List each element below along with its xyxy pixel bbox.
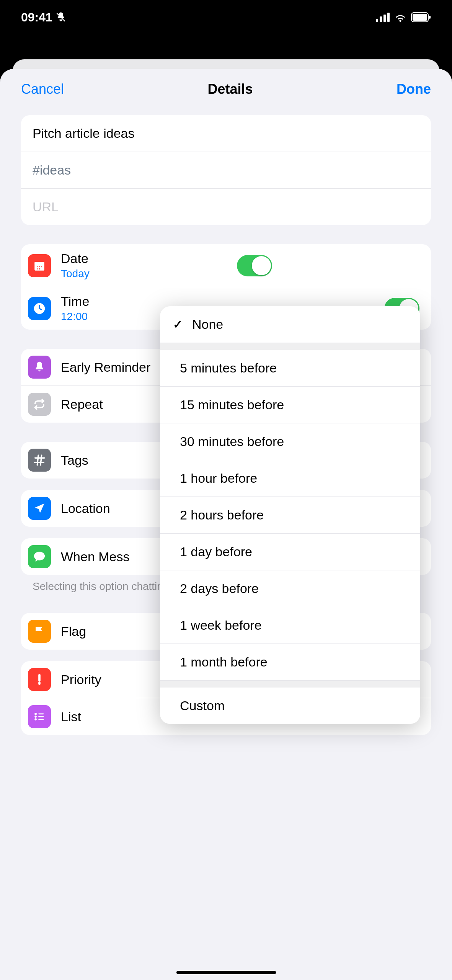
dropdown-item-1week[interactable]: 1 week before bbox=[160, 607, 420, 644]
svg-point-9 bbox=[37, 266, 38, 267]
checkmark-icon: ✓ bbox=[173, 318, 184, 331]
dropdown-item-1hour[interactable]: 1 hour before bbox=[160, 460, 420, 497]
messaging-label: When Mess bbox=[61, 549, 130, 564]
dropdown-item-30min[interactable]: 30 minutes before bbox=[160, 423, 420, 460]
dropdown-item-custom[interactable]: Custom bbox=[160, 688, 420, 724]
details-sheet: Cancel Details Done Pitch article ideas … bbox=[0, 69, 452, 980]
title-card: Pitch article ideas #ideas URL bbox=[21, 115, 431, 225]
cellular-icon bbox=[376, 13, 390, 22]
cancel-button[interactable]: Cancel bbox=[21, 81, 64, 97]
clock-icon bbox=[28, 297, 51, 320]
priority-label: Priority bbox=[61, 672, 101, 687]
dropdown-separator bbox=[160, 681, 420, 688]
page-title: Details bbox=[208, 81, 253, 97]
bell-icon bbox=[28, 356, 51, 379]
list-icon bbox=[28, 705, 51, 728]
navigation-bar: Cancel Details Done bbox=[0, 69, 452, 102]
svg-rect-18 bbox=[38, 714, 44, 715]
svg-rect-3 bbox=[387, 13, 390, 22]
title-field[interactable]: Pitch article ideas bbox=[21, 115, 431, 152]
svg-rect-6 bbox=[429, 16, 431, 19]
dropdown-item-5min[interactable]: 5 minutes before bbox=[160, 350, 420, 387]
home-indicator[interactable] bbox=[176, 971, 276, 974]
message-icon bbox=[28, 545, 51, 568]
svg-point-10 bbox=[39, 266, 40, 267]
svg-point-11 bbox=[41, 266, 42, 267]
flag-label: Flag bbox=[61, 624, 86, 639]
svg-point-16 bbox=[34, 715, 37, 718]
time-value: 12:00 bbox=[61, 310, 89, 323]
battery-icon bbox=[411, 12, 431, 22]
svg-rect-1 bbox=[380, 16, 382, 22]
svg-point-13 bbox=[39, 268, 40, 270]
dropdown-item-15min[interactable]: 15 minutes before bbox=[160, 387, 420, 423]
svg-point-15 bbox=[34, 713, 37, 715]
early-reminder-dropdown: ✓ None 5 minutes before 15 minutes befor… bbox=[160, 306, 420, 724]
svg-point-17 bbox=[34, 718, 37, 720]
notes-field[interactable]: #ideas bbox=[21, 152, 431, 189]
dropdown-item-2hours[interactable]: 2 hours before bbox=[160, 497, 420, 534]
calendar-icon bbox=[28, 254, 51, 277]
time-label: Time bbox=[61, 294, 89, 309]
status-bar: 09:41 bbox=[0, 0, 452, 34]
svg-rect-0 bbox=[376, 19, 378, 22]
date-row[interactable]: Date Today bbox=[21, 244, 431, 287]
tags-label: Tags bbox=[61, 453, 88, 468]
dropdown-separator bbox=[160, 343, 420, 350]
flag-icon bbox=[28, 620, 51, 643]
list-label: List bbox=[61, 709, 81, 724]
status-time: 09:41 bbox=[21, 10, 52, 24]
repeat-label: Repeat bbox=[61, 397, 103, 412]
svg-rect-5 bbox=[413, 14, 427, 21]
svg-rect-2 bbox=[383, 15, 386, 22]
early-reminder-label: Early Reminder bbox=[61, 360, 150, 375]
url-field[interactable]: URL bbox=[21, 189, 431, 225]
dropdown-item-none[interactable]: ✓ None bbox=[160, 306, 420, 343]
date-toggle[interactable] bbox=[237, 255, 272, 276]
svg-rect-8 bbox=[34, 262, 44, 264]
date-label: Date bbox=[61, 251, 90, 266]
location-arrow-icon bbox=[28, 497, 51, 520]
done-button[interactable]: Done bbox=[397, 81, 431, 97]
dropdown-item-1day[interactable]: 1 day before bbox=[160, 534, 420, 570]
svg-rect-20 bbox=[38, 719, 44, 720]
svg-rect-19 bbox=[38, 716, 44, 717]
date-value: Today bbox=[61, 268, 90, 280]
svg-point-12 bbox=[37, 268, 38, 270]
hash-icon bbox=[28, 449, 51, 472]
location-label: Location bbox=[61, 501, 110, 516]
exclamation-icon bbox=[28, 668, 51, 691]
dropdown-item-1month[interactable]: 1 month before bbox=[160, 644, 420, 681]
silent-icon bbox=[55, 12, 66, 23]
repeat-icon bbox=[28, 393, 51, 416]
dropdown-item-2days[interactable]: 2 days before bbox=[160, 570, 420, 607]
wifi-icon bbox=[394, 13, 406, 22]
